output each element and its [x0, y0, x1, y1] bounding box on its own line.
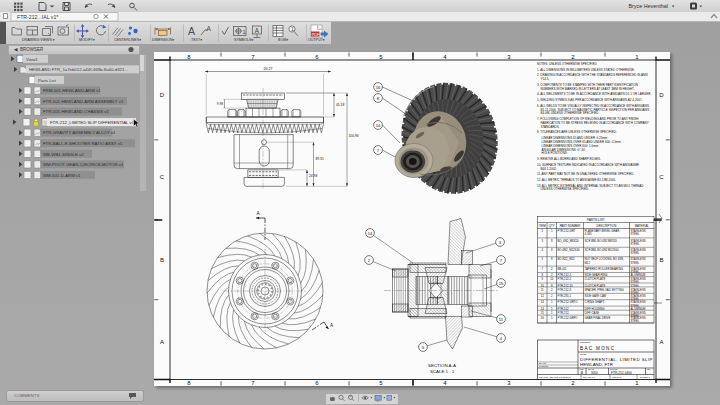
svg-text:HOLE POSITIONS:: HOLE POSITIONS:	[542, 151, 568, 155]
svg-text:14: 14	[376, 123, 381, 128]
svg-text:PARTS LIST: PARTS LIST	[587, 218, 605, 222]
svg-text:B: B	[160, 257, 164, 263]
svg-text:7: 7	[541, 267, 543, 271]
svg-text:C RING SHAFT: C RING SHAFT	[585, 300, 605, 304]
svg-text:STEEL: STEEL	[631, 319, 640, 323]
svg-text:GEAR FINAL DRIVE: GEAR FINAL DRIVE	[585, 316, 611, 320]
svg-text:1: 1	[291, 26, 294, 32]
svg-text:15: 15	[499, 281, 504, 286]
svg-text:MATERIAL: MATERIAL	[635, 224, 650, 228]
svg-text:8: 8	[551, 239, 553, 243]
svg-text:FTR-001-HEWLAND-ARM ASSEMBLY v: FTR-001-HEWLAND-ARM ASSEMBLY v1	[43, 99, 124, 104]
svg-text:HEWLAND, FTR: HEWLAND, FTR	[580, 362, 613, 367]
svg-text:NUT SELF LOCKING, BO 4SE,: NUT SELF LOCKING, BO 4SE,	[585, 257, 624, 261]
svg-text:A: A	[256, 211, 260, 216]
svg-text:1: 1	[243, 29, 246, 35]
svg-text:FTR-212-2: FTR-212-2	[558, 277, 572, 281]
svg-text:SCALE 1:1: SCALE 1:1	[583, 376, 595, 379]
svg-text:2: 2	[571, 380, 575, 386]
svg-text:20.27: 20.27	[264, 67, 273, 71]
svg-text:STEEL: STEEL	[631, 251, 640, 255]
svg-text:QTY: QTY	[549, 224, 555, 228]
svg-text:STEEL: STEEL	[631, 232, 640, 236]
svg-text:11. ANY PART MAY NOT BE IN UNA: 11. ANY PART MAY NOT BE IN UNALTERED OTH…	[537, 172, 634, 176]
svg-text:SIDE GATE CAM: SIDE GATE CAM	[585, 294, 607, 298]
svg-text:PDF: PDF	[312, 33, 320, 37]
svg-text:2: 2	[551, 267, 553, 271]
svg-text:D: D	[659, 92, 664, 98]
svg-text:DESCRIPTION: DESCRIPTION	[597, 224, 617, 228]
svg-text:SHEET 1: SHEET 1	[640, 376, 651, 379]
svg-text:FTR-212_LIMITED SLIP DIFFERENT: FTR-212_LIMITED SLIP DIFFERENTIAL v1	[50, 120, 135, 125]
svg-text:10: 10	[550, 277, 554, 281]
svg-text:3: 3	[507, 54, 511, 60]
svg-text:BO-N22_M12: BO-N22_M12	[558, 257, 576, 261]
svg-text:SECTION A-A: SECTION A-A	[428, 363, 456, 368]
svg-text:12: 12	[541, 294, 545, 298]
svg-text:3050: 3050	[591, 371, 598, 375]
svg-text:FTR-212-0400: FTR-212-0400	[611, 371, 632, 375]
svg-text:4. ALL WELDMENTS TO BE IN ACC: 4. ALL WELDMENTS TO BE IN ACCORDANCE WIT…	[537, 92, 651, 96]
svg-text:DRAWN +BRYCE 10/13/2016: DRAWN +BRYCE 10/13/2016	[539, 376, 571, 379]
svg-text:TAPERED ROLLER BEARING: TAPERED ROLLER BEARING	[585, 267, 623, 271]
svg-text:89.31: 89.31	[316, 157, 324, 161]
svg-text:16: 16	[541, 316, 545, 320]
svg-text:1: 1	[551, 229, 553, 233]
svg-text:FTR-001-HEWLAND-CHASSIS v1: FTR-001-HEWLAND-CHASSIS v1	[43, 109, 110, 114]
svg-text:5: 5	[541, 257, 543, 261]
svg-text:A: A	[160, 339, 164, 345]
svg-text:STEEL: STEEL	[631, 242, 640, 246]
svg-text:4-305: 4-305	[585, 232, 593, 236]
svg-text:FTR-212-GRFO: FTR-212-GRFO	[558, 316, 579, 320]
svg-text:FTR-212-GRTO: FTR-212-GRTO	[558, 300, 579, 304]
svg-text:NOTES: UNLESS OTHERWISE SPECI: NOTES: UNLESS OTHERWISE SPECIFIED	[537, 62, 597, 66]
svg-text:2. DRAWING IN ACCORDANCE WITH: 2. DRAWING IN ACCORDANCE WITH THE STANDA…	[537, 73, 648, 77]
svg-text:A: A	[659, 339, 663, 345]
svg-text:100.96: 100.96	[349, 134, 359, 138]
svg-text:6: 6	[315, 54, 319, 60]
svg-text:CLUTCH PLATE: CLUTCH PLATE	[585, 277, 606, 281]
svg-text:9: 9	[541, 277, 543, 281]
svg-text:STEEL: STEEL	[631, 261, 640, 265]
svg-text:3: 3	[541, 239, 543, 243]
svg-text:3: 3	[507, 380, 511, 386]
svg-text:-: -	[650, 371, 651, 375]
svg-text:2: 2	[571, 54, 575, 60]
svg-text:BO-6N2_M12X40: BO-6N2_M12X40	[558, 248, 581, 252]
svg-text:FTR-212-3: FTR-212-3	[558, 288, 572, 292]
svg-text:DIFF CASE: DIFF CASE	[585, 311, 600, 315]
svg-text:C: C	[659, 174, 664, 180]
svg-text:NUMBERS WITH MARKED IN LETTERS: NUMBERS WITH MARKED IN LETTERS AT LEAST …	[541, 87, 635, 91]
svg-text:SPACER, PRELOAD SETTING: SPACER, PRELOAD SETTING	[585, 288, 624, 292]
svg-text:C: C	[160, 174, 165, 180]
svg-text:HEWLAND FTR_1a7eb012-a44f-469b: HEWLAND FTR_1a7eb012-a44f-469b-8a40-d321…	[29, 67, 128, 72]
svg-text:SCR BNL BO 4N2 M8X20: SCR BNL BO 4N2 M8X20	[585, 239, 618, 243]
svg-text:TITLE: TITLE	[580, 353, 586, 355]
svg-text:2: 2	[551, 294, 553, 298]
svg-text:FTR-BALL-E-SHOOTER RATIO ASSY: FTR-BALL-E-SHOOTER RATIO ASSY v5	[43, 141, 123, 146]
svg-text:STANDARDS.: STANDARDS.	[541, 125, 560, 129]
svg-text:B: B	[659, 257, 663, 263]
svg-text:1: 1	[551, 316, 553, 320]
svg-text:16: 16	[376, 85, 381, 90]
svg-text:M12: M12	[585, 261, 591, 265]
svg-text:BAC MONC: BAC MONC	[580, 346, 615, 351]
svg-text:BO_4N2_M8X20: BO_4N2_M8X20	[558, 239, 580, 243]
svg-text:SCR BNL BO 4N2 M12X40: SCR BNL BO 4N2 M12X40	[585, 248, 619, 252]
svg-text:Y14.5.: Y14.5.	[541, 77, 550, 81]
svg-text:4: 4	[443, 380, 447, 386]
svg-text:BB-011: BB-011	[558, 267, 568, 271]
svg-text:Parts List: Parts List	[38, 78, 57, 83]
svg-text:2: 2	[551, 288, 553, 292]
svg-text:45.18: 45.18	[336, 103, 344, 107]
svg-text:PROJECT: PROJECT	[580, 341, 591, 343]
svg-text:11: 11	[541, 288, 544, 292]
svg-text:4: 4	[443, 54, 447, 60]
svg-text:24.98: 24.98	[309, 174, 317, 178]
svg-text:FTR-GRAVITY ASSEMBLY ALLOY v1: FTR-GRAVITY ASSEMBLY ALLOY v1	[43, 130, 116, 135]
svg-text:1: 1	[551, 300, 553, 304]
svg-text:1: 1	[551, 311, 553, 315]
svg-text:7: 7	[251, 54, 255, 60]
svg-text:15: 15	[541, 311, 545, 315]
svg-text:5: 5	[379, 54, 383, 60]
